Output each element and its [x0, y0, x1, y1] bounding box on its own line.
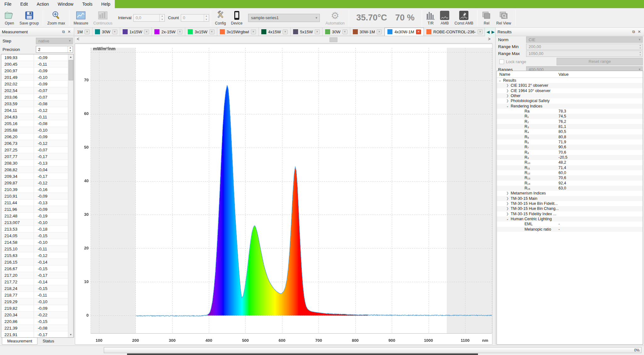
tree-row[interactable]: R₃81,1	[497, 124, 643, 129]
norm-combo[interactable]: CIE ▼	[526, 36, 643, 43]
menu-window[interactable]: Window	[53, 0, 78, 8]
measurement-row[interactable]: 208,30-0,13	[1, 160, 68, 167]
chart-scrollbar-thumb[interactable]	[330, 37, 337, 42]
measurement-tab-5x15w[interactable]: 5x15W✕	[291, 28, 322, 36]
measurement-row[interactable]: 218,77-0,11	[1, 292, 68, 298]
expand-icon[interactable]: ❯	[506, 206, 509, 211]
menu-tools[interactable]: Tools	[78, 0, 97, 8]
measurement-row[interactable]: 210,91-0,09	[1, 193, 68, 199]
measure-button[interactable]: Measure	[71, 9, 91, 27]
measurement-row[interactable]: 204,11-0,12	[1, 107, 68, 114]
tree-row[interactable]: ❯CIE 1964 10° observer	[497, 88, 643, 93]
tree-row[interactable]: R₆71,9	[497, 139, 643, 145]
measurement-row[interactable]: 202,02-0,09	[1, 81, 68, 87]
amb-button[interactable]: AMB	[437, 9, 452, 27]
rel-button[interactable]: Rel	[479, 9, 494, 27]
tree-row[interactable]: R₁₀48,2	[497, 160, 643, 165]
interval-spinbox[interactable]: 0,0 ▲▼	[133, 14, 165, 22]
tree-row[interactable]: R₄80,5	[497, 129, 643, 134]
tree-row[interactable]: R₁₃70,6	[497, 175, 643, 180]
automation-button[interactable]: ⚙ Automation	[323, 9, 347, 27]
tree-row[interactable]: R₈70,6	[497, 150, 643, 155]
tab-measurement[interactable]: Measurement	[2, 338, 37, 345]
const-amb-button[interactable]: Const AMB	[452, 9, 476, 27]
measurement-row[interactable]: 208,82-0,04	[1, 167, 68, 173]
tab-close-icon[interactable]: ✕	[112, 30, 117, 34]
measurement-row[interactable]: 200,97-0,09	[1, 68, 68, 74]
zoom-max-button[interactable]: Zoom max	[45, 9, 68, 27]
menu-action[interactable]: Action	[32, 0, 53, 8]
measurement-row[interactable]: 221,91-0,17	[1, 331, 68, 338]
tab-close-icon[interactable]: ✕	[416, 30, 421, 34]
tree-row[interactable]: ❯TM-30-15 Hue Bin Chang...	[497, 206, 643, 211]
tree-row[interactable]: EML-	[497, 221, 643, 227]
tree-row[interactable]: ❯Other	[497, 93, 643, 98]
expand-icon[interactable]: ❯	[506, 88, 509, 93]
menu-edit[interactable]: Edit	[16, 0, 32, 8]
tab-close-icon[interactable]: ✕	[85, 30, 90, 34]
lock-range-checkbox[interactable]	[499, 59, 504, 64]
measurement-row[interactable]: 217,20-0,17	[1, 272, 68, 279]
measurement-row[interactable]: 205,68-0,10	[1, 127, 68, 134]
float-panel-icon[interactable]: ⧉	[61, 29, 66, 34]
continuous-button[interactable]: Continuous	[91, 9, 115, 27]
spectrum-canvas[interactable]	[75, 44, 492, 344]
tree-row[interactable]: R₂76,2	[497, 119, 643, 124]
collapse-icon[interactable]: ⌄	[506, 216, 509, 221]
measurement-row[interactable]: 209,34-0,17	[1, 173, 68, 180]
menu-help[interactable]: Help	[97, 0, 115, 8]
measurement-row[interactable]: 207,77-0,17	[1, 153, 68, 160]
measurement-row[interactable]: 214,58-0,10	[1, 239, 68, 246]
measurement-row[interactable]: 219,82-0,09	[1, 305, 68, 312]
precision-spinbox[interactable]: 2 ▲▼	[36, 46, 73, 53]
measurement-row[interactable]: 216,67-0,15	[1, 265, 68, 272]
spectrum-chart[interactable]	[75, 44, 492, 345]
chart-scroll-right-icon[interactable]: >	[488, 36, 491, 41]
tree-row[interactable]: ❯CIE 1931 2° observer	[497, 83, 643, 88]
tree-row[interactable]: ❯Photobiological Safety	[497, 98, 643, 103]
measurement-row[interactable]: 219,29-0,10	[1, 298, 68, 305]
measurement-row[interactable]: 220,34-0,22	[1, 312, 68, 318]
tab-status[interactable]: Status	[37, 338, 59, 345]
scrollbar-thumb[interactable]	[69, 60, 73, 80]
tab-close-icon[interactable]: ✕	[478, 30, 483, 34]
tab-close-icon[interactable]: ✕	[144, 30, 149, 34]
measurement-row[interactable]: 213,53-0,18	[1, 226, 68, 232]
tree-row[interactable]: R₁₄92,4	[497, 181, 643, 186]
measurement-row[interactable]: 204,63-0,11	[1, 114, 68, 120]
tree-row[interactable]: ❯Metamerism Indices	[497, 191, 643, 196]
measurement-row[interactable]: 215,10-0,11	[1, 246, 68, 252]
measurement-tab-4x30w-1m[interactable]: 4x30W-1M✕	[385, 28, 424, 36]
chart-scrollbar[interactable]: < >	[75, 36, 492, 43]
measurement-row[interactable]: 200,45-0,11	[1, 61, 68, 68]
rel-view-button[interactable]: Rel View	[494, 9, 514, 27]
measurement-row[interactable]: 205,16-0,08	[1, 120, 68, 127]
measurement-row[interactable]: 203,06-0,07	[1, 94, 68, 101]
tree-row[interactable]: ⌄Results	[497, 78, 643, 83]
expand-icon[interactable]: ❯	[506, 98, 509, 103]
expand-icon[interactable]: ❯	[506, 211, 509, 216]
scroll-down-icon[interactable]: ▼	[68, 332, 73, 337]
measurement-row[interactable]: 220,86-0,15	[1, 318, 68, 325]
measurement-row[interactable]: 214,05-0,15	[1, 232, 68, 239]
tab-close-icon[interactable]: ✕	[177, 30, 182, 34]
scroll-up-icon[interactable]: ▲	[68, 54, 73, 60]
tree-row[interactable]: R₁74,5	[497, 114, 643, 119]
tree-row[interactable]: R₇90,6	[497, 145, 643, 150]
measurement-row[interactable]: 203,59-0,08	[1, 101, 68, 107]
measurement-row[interactable]: 215,63-0,12	[1, 252, 68, 259]
measurement-row[interactable]: 201,49-0,10	[1, 74, 68, 81]
tree-row[interactable]: R₁₂60,0	[497, 170, 643, 175]
tree-row[interactable]: Ra78,3	[497, 109, 643, 114]
range-max-field[interactable]: 1050,00 ▲▼	[526, 51, 643, 57]
expand-icon[interactable]: ❯	[506, 201, 509, 206]
device-button[interactable]: Device	[229, 9, 245, 27]
expand-icon[interactable]: ❯	[506, 93, 509, 98]
open-button[interactable]: Open	[2, 9, 17, 27]
tab-close-icon[interactable]: ✕	[209, 30, 214, 34]
measurement-row[interactable]: 218,24-0,15	[1, 285, 68, 292]
measurement-row[interactable]: 202,54-0,07	[1, 87, 68, 94]
spin-arrows-icon[interactable]: ▲▼	[204, 14, 209, 21]
count-spinbox[interactable]: 0 ▲▼	[181, 14, 209, 22]
close-panel-icon[interactable]: ✕	[636, 29, 642, 34]
